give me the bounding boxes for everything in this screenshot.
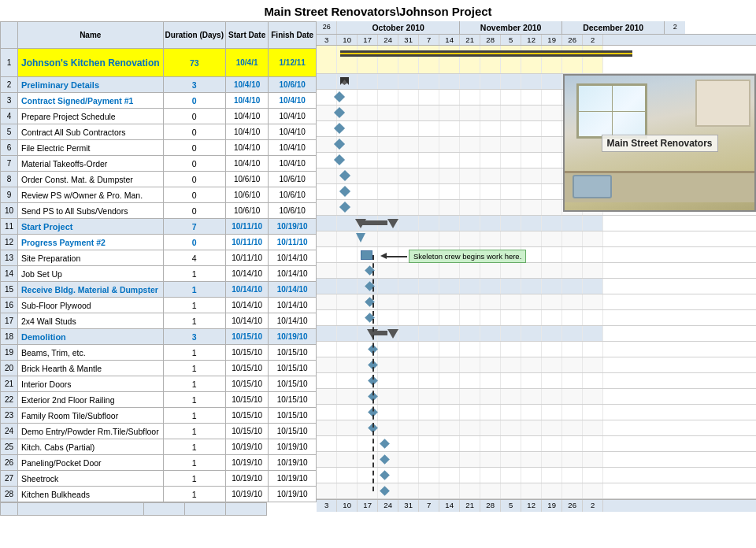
gantt-cell — [480, 468, 501, 483]
gantt-cell — [542, 90, 562, 105]
row-num: 5 — [1, 124, 18, 140]
gantt-cell — [460, 121, 480, 136]
gantt-cell — [419, 468, 439, 483]
gantt-row — [317, 279, 756, 294]
gantt-cell — [378, 216, 398, 231]
gantt-cell — [542, 216, 562, 231]
gantt-cell — [542, 263, 562, 278]
gantt-cell — [317, 216, 337, 231]
gantt-cell — [419, 436, 439, 451]
gantt-cell — [562, 483, 583, 498]
gantt-cell — [358, 279, 378, 294]
task-duration: 3 — [163, 329, 225, 345]
task-finish: 10/14/10 — [269, 266, 317, 282]
gantt-cell — [358, 405, 378, 420]
row-num: 12 — [1, 235, 18, 250]
page-container: Main Street Renovators\Johnson Project N… — [0, 0, 756, 548]
gantt-cell — [317, 310, 337, 325]
gantt-cell — [460, 153, 480, 168]
gantt-cell — [583, 231, 603, 246]
page-title: Main Street Renovators\Johnson Project — [0, 0, 756, 21]
gantt-cell — [480, 216, 501, 231]
task-name: Contract Signed/Payment #1 — [18, 93, 164, 109]
gantt-cell — [439, 46, 460, 73]
table-row: 19Beams, Trim, etc.110/15/1010/15/10 — [1, 345, 317, 361]
gantt-cell — [521, 216, 542, 231]
task-table: Name Duration (Days) Start Date Finish D… — [0, 21, 317, 516]
task-name: Prepare Project Schedule — [18, 109, 164, 124]
table-row: 11Start Project710/11/1010/19/10 — [1, 219, 317, 235]
day-hdr-31: 31 — [398, 35, 419, 45]
gantt-cell — [439, 468, 460, 483]
gantt-cell — [562, 247, 583, 262]
gantt-cell — [480, 326, 501, 341]
gantt-cell — [358, 121, 378, 136]
gantt-cell — [378, 452, 398, 467]
row-num: 22 — [1, 392, 18, 408]
gantt-cell — [542, 310, 562, 325]
task-finish: 10/14/10 — [269, 250, 317, 266]
gantt-cell — [562, 373, 583, 388]
gantt-cell — [378, 389, 398, 404]
gantt-cell — [439, 326, 460, 341]
gantt-cell — [317, 137, 337, 152]
gantt-row — [317, 310, 756, 326]
gantt-cell — [583, 373, 603, 388]
gantt-cell — [542, 279, 562, 294]
gantt-cell — [480, 420, 501, 435]
task-duration: 0 — [163, 93, 225, 109]
table-row: 20Brick Hearth & Mantle110/15/1010/15/10 — [1, 361, 317, 376]
gantt-cell — [480, 153, 501, 168]
task-finish: 10/4/10 — [269, 140, 317, 156]
gantt-cell — [583, 420, 603, 435]
gantt-cell — [337, 200, 358, 215]
gantt-cell — [460, 357, 480, 372]
gantt-cell — [521, 121, 542, 136]
row-num: 25 — [1, 439, 18, 455]
gantt-cell — [358, 137, 378, 152]
gantt-cell — [378, 153, 398, 168]
gantt-cell — [480, 373, 501, 388]
col-header-duration: Duration (Days) — [163, 22, 225, 49]
gantt-cell — [562, 357, 583, 372]
task-finish: 10/15/10 — [269, 361, 317, 376]
gantt-cell — [378, 106, 398, 120]
task-duration: 1 — [163, 361, 225, 376]
task-duration: 1 — [163, 455, 225, 471]
gantt-cell — [317, 168, 337, 183]
gantt-cell — [501, 436, 521, 451]
bottom-axis: 3 10 17 24 31 7 14 21 28 5 12 19 26 2 — [317, 499, 756, 512]
gantt-cell — [542, 468, 562, 483]
task-finish: 10/19/10 — [269, 487, 317, 502]
task-start: 10/14/10 — [226, 282, 269, 298]
gantt-cell — [337, 106, 358, 120]
gantt-cell — [358, 200, 378, 215]
gantt-cell — [419, 420, 439, 435]
gantt-cell — [317, 200, 337, 215]
task-finish: 10/19/10 — [269, 329, 317, 345]
gantt-cell — [501, 74, 521, 89]
day-hdr-14: 14 — [439, 35, 460, 45]
gantt-cell — [419, 389, 439, 404]
gantt-cell — [419, 200, 439, 215]
row-num: 16 — [1, 298, 18, 313]
task-finish: 10/19/10 — [269, 219, 317, 235]
table-row: 25Kitch. Cabs (Partial)110/19/1010/19/10 — [1, 439, 317, 455]
annotation-arrowhead — [380, 253, 387, 259]
gantt-cell — [562, 436, 583, 451]
gantt-cell — [542, 168, 562, 183]
gantt-cell — [419, 216, 439, 231]
table-row: 2Preliminary Details310/4/1010/6/10 — [1, 77, 317, 93]
gantt-cell — [378, 90, 398, 105]
gantt-cell — [460, 46, 480, 73]
task-name: Receive Bldg. Material & Dumpster — [18, 282, 164, 298]
gantt-cell — [317, 121, 337, 136]
gantt-cell — [378, 342, 398, 357]
task-name: Job Set Up — [18, 266, 164, 282]
task-duration: 73 — [163, 49, 225, 77]
row-num: 15 — [1, 282, 18, 298]
col-header-start: Start Date — [226, 22, 269, 49]
gantt-cell — [439, 184, 460, 199]
gantt-area: 26 October 2010 November 2010 December 2… — [317, 21, 756, 516]
gantt-cell — [501, 326, 521, 341]
